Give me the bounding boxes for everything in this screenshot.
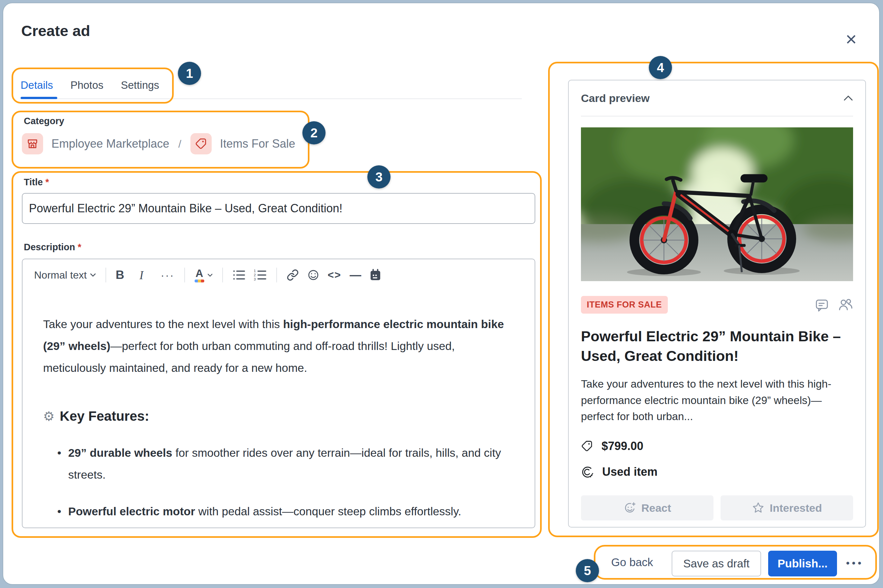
text-style-dropdown[interactable]: Normal text <box>34 269 96 281</box>
title-input[interactable]: Powerful Electric 29” Mountain Bike – Us… <box>22 193 535 224</box>
description-paragraph: Take your adventures to the next level w… <box>43 313 514 379</box>
star-icon <box>752 501 765 514</box>
condition-row: Used item <box>581 465 853 478</box>
more-formatting-button[interactable]: ··· <box>161 269 175 282</box>
key-features-heading: ⚙ Key Features: <box>43 408 514 424</box>
numbered-list-button[interactable]: 1 2 3 <box>254 269 267 281</box>
card-listing-description: Take your adventures to the next level w… <box>581 376 853 424</box>
page: { "modal": { "title": "Create ad", "clos… <box>0 0 883 588</box>
condition-icon <box>581 465 594 478</box>
link-button[interactable] <box>286 269 299 281</box>
required-asterisk: * <box>78 242 81 252</box>
required-asterisk: * <box>45 177 49 187</box>
card-preview-panel: Card preview <box>568 80 866 528</box>
numbered-list-icon: 1 2 3 <box>254 269 267 281</box>
go-back-button[interactable]: Go back <box>611 556 653 569</box>
card-cta-row: React Interested <box>581 495 853 520</box>
bullet-list-button[interactable] <box>232 269 246 281</box>
more-options-button[interactable]: ••• <box>846 557 864 569</box>
text-color-icon: A <box>195 268 204 282</box>
description-label: Description* <box>24 242 81 252</box>
category-label: Category <box>24 116 64 126</box>
react-smiley-icon <box>624 501 636 514</box>
active-tab-underline <box>21 97 57 99</box>
publish-button[interactable]: Publish... <box>768 550 837 576</box>
text-color-button[interactable]: A <box>195 268 213 282</box>
tab-settings[interactable]: Settings <box>121 79 159 100</box>
page-title: Create ad <box>21 22 90 40</box>
condition-value: Used item <box>602 465 658 478</box>
card-preview-title: Card preview <box>581 92 650 105</box>
storefront-icon <box>22 133 43 154</box>
interested-button[interactable]: Interested <box>721 495 853 520</box>
category-child[interactable]: Items For Sale <box>220 137 295 150</box>
toolbar-separator <box>222 268 223 282</box>
toolbar-separator <box>105 268 106 282</box>
list-item: Powerful electric motor with pedal assis… <box>57 501 514 522</box>
save-as-draft-button[interactable]: Save as draft <box>672 550 761 576</box>
toolbar-separator <box>184 268 185 282</box>
chevron-down-icon <box>207 273 213 277</box>
badge-row: ITEMS FOR SALE <box>581 296 853 314</box>
card-preview-header[interactable]: Card preview <box>581 80 853 117</box>
gear-icon: ⚙ <box>43 409 55 424</box>
date-button[interactable] <box>370 269 381 281</box>
price-row: $799.00 <box>581 440 853 453</box>
tab-photos[interactable]: Photos <box>70 79 103 100</box>
list-item: 29” durable wheels for smoother rides ov… <box>57 442 514 486</box>
chevron-up-icon[interactable] <box>843 95 853 101</box>
title-label: Title* <box>24 177 49 188</box>
tab-divider <box>21 98 522 99</box>
price-value: $799.00 <box>601 440 643 453</box>
price-tag-icon <box>581 440 593 452</box>
italic-button[interactable]: I <box>139 268 153 282</box>
comment-icon[interactable] <box>814 297 829 312</box>
emoji-button[interactable] <box>307 269 319 281</box>
svg-text:1: 1 <box>254 269 256 273</box>
link-icon <box>286 269 299 281</box>
code-button[interactable]: <> <box>328 269 342 281</box>
category-badge: ITEMS FOR SALE <box>581 296 668 314</box>
editor-content[interactable]: Take your adventures to the next level w… <box>22 313 535 522</box>
category-separator: / <box>178 138 181 150</box>
tag-icon <box>190 133 212 154</box>
feature-list: 29” durable wheels for smoother rides ov… <box>43 442 514 522</box>
category-parent[interactable]: Employee Marketplace <box>51 137 169 150</box>
react-button[interactable]: React <box>581 495 714 520</box>
people-icon[interactable] <box>838 297 853 312</box>
editor-toolbar: Normal text B I ··· A <box>22 259 535 282</box>
card-actions <box>814 297 853 312</box>
close-icon[interactable]: × <box>838 26 864 52</box>
card-listing-title: Powerful Electric 29” Mountain Bike – Us… <box>581 327 853 366</box>
bullet-list-icon <box>232 269 246 281</box>
chevron-down-icon <box>90 273 96 277</box>
category-breadcrumb: Employee Marketplace / Items For Sale <box>22 133 295 154</box>
bold-button[interactable]: B <box>116 268 131 282</box>
svg-text:2: 2 <box>254 273 256 277</box>
listing-photo <box>581 128 853 281</box>
description-editor[interactable]: Normal text B I ··· A <box>22 259 535 528</box>
calendar-icon <box>370 269 381 281</box>
create-ad-modal: Create ad × Details Photos Settings Cate… <box>3 3 880 585</box>
toolbar-separator <box>276 268 277 282</box>
divider-button[interactable]: — <box>350 268 361 282</box>
emoji-icon <box>307 269 319 281</box>
svg-text:3: 3 <box>254 277 256 281</box>
